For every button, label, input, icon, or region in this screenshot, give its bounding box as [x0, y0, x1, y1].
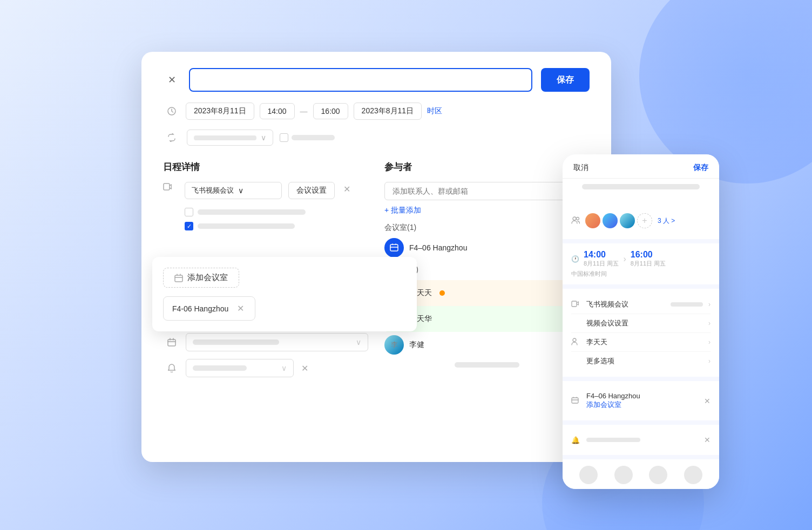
date-start-label: 2023年8月11日	[194, 106, 246, 115]
time-end-label: 16:00	[321, 107, 340, 115]
calendar-chevron-icon: ∨	[356, 338, 361, 346]
room-tag-remove-button[interactable]: ✕	[235, 301, 246, 316]
notification-row: ∨ ✕	[163, 359, 368, 377]
mobile-person-icon	[571, 338, 581, 347]
details-title: 日程详情	[163, 161, 368, 173]
bell-icon	[163, 364, 180, 372]
mobile-notification-placeholder-bar	[586, 438, 699, 442]
mobile-save-button[interactable]: 保存	[693, 163, 708, 173]
mobile-video-icon	[571, 301, 581, 309]
mobile-time-start: 14:00 8月11日 周五	[584, 250, 619, 268]
add-room-label: 添加会议室	[187, 273, 228, 283]
mobile-notification-remove-button[interactable]: ✕	[704, 436, 710, 444]
mobile-video-placeholder	[671, 302, 703, 307]
svg-rect-9	[572, 398, 578, 403]
svg-rect-7	[572, 301, 577, 307]
mobile-time-row: 🕐 14:00 8月11日 周五 › 16:00 8月11日 周五	[571, 250, 710, 268]
footer-dot-2	[614, 466, 633, 484]
mobile-header: 取消 保存	[563, 154, 719, 179]
calendar-select[interactable]: ∨	[186, 333, 368, 351]
mobile-person-label: 李天天	[586, 337, 703, 347]
mobile-more-label: 更多选项	[586, 356, 703, 366]
room-name-label: F4–06 Hangzhou	[409, 243, 467, 252]
svg-rect-1	[164, 184, 170, 190]
mobile-add-room-link[interactable]: 添加会议室	[586, 400, 699, 410]
close-icon: ✕	[168, 74, 176, 86]
meeting-chevron-icon: ∨	[238, 186, 243, 195]
repeat-select[interactable]: ∨	[187, 130, 273, 146]
save-button[interactable]: 保存	[541, 68, 590, 92]
notification-placeholder	[193, 365, 247, 371]
time-start-label: 14:00	[268, 107, 287, 115]
batch-add-button[interactable]: + 批量添加	[384, 206, 590, 215]
title-input[interactable]	[189, 68, 532, 92]
room-tag-label: F4-06 Hangzhou	[172, 304, 228, 313]
meeting-type-label: 飞书视频会议	[192, 186, 234, 195]
repeat-icon	[163, 133, 180, 142]
svg-point-6	[577, 217, 579, 220]
mobile-room-row: F4–06 Hangzhou 添加会议室 ✕	[571, 388, 710, 414]
mobile-person-row[interactable]: 李天天 ›	[571, 333, 710, 352]
room-section-title: 会议室(1)	[384, 223, 590, 233]
mobile-room-info: F4–06 Hangzhou 添加会议室	[586, 392, 699, 410]
mobile-cancel-button[interactable]: 取消	[573, 163, 588, 173]
meeting-remove-button[interactable]: ✕	[341, 182, 353, 196]
avatar-3: 李	[384, 335, 404, 355]
mobile-participants-count[interactable]: 3 人 >	[658, 216, 675, 226]
mobile-settings-chevron: ›	[708, 320, 710, 327]
timezone-link[interactable]: 时区	[427, 106, 442, 116]
checkbox1[interactable]	[280, 133, 288, 142]
time-start-picker[interactable]: 14:00	[260, 103, 295, 119]
checkbox-checked[interactable]	[185, 222, 193, 230]
person-name-3: 李健	[409, 340, 424, 350]
close-button[interactable]: ✕	[163, 71, 180, 89]
date-start-picker[interactable]: 2023年8月11日	[186, 103, 254, 120]
room-avatar	[384, 238, 404, 257]
room-item: F4–06 Hangzhou	[384, 238, 590, 257]
mobile-add-avatar-button[interactable]: +	[637, 213, 652, 228]
participants-search-input[interactable]	[384, 182, 590, 200]
mobile-more-row[interactable]: 更多选项 ›	[571, 352, 710, 370]
mobile-participants-row: + 3 人 >	[571, 209, 710, 233]
svg-rect-4	[175, 275, 182, 282]
mobile-time-arrow: ›	[623, 254, 626, 264]
mobile-search-bar[interactable]	[582, 184, 700, 189]
meeting-type-select[interactable]: 飞书视频会议 ∨	[185, 182, 282, 199]
meeting-settings-button[interactable]: 会议设置	[288, 182, 335, 199]
notification-remove-button[interactable]: ✕	[299, 361, 310, 376]
footer-dot-1	[579, 466, 598, 484]
mobile-video-settings-row[interactable]: 视频会议设置 ›	[571, 314, 710, 333]
room-tag-container: F4-06 Hangzhou ✕	[163, 296, 406, 321]
mobile-participants-section: + 3 人 >	[563, 202, 719, 239]
time-end-picker[interactable]: 16:00	[313, 103, 348, 119]
checkbox1-label	[292, 135, 335, 140]
mobile-room-section: F4–06 Hangzhou 添加会议室 ✕	[563, 381, 719, 420]
mobile-card: 取消 保存	[563, 154, 719, 489]
mobile-notification-section: 🔔 ✕	[563, 425, 719, 455]
date-end-label: 2023年8月11日	[362, 106, 414, 115]
checkbox2-text	[198, 223, 295, 229]
svg-point-5	[573, 217, 576, 220]
mobile-clock-icon: 🕐	[571, 255, 579, 263]
mobile-avatar-2	[603, 213, 618, 228]
mobile-time-end: 16:00 8月11日 周五	[631, 250, 666, 268]
add-room-button[interactable]: 添加会议室	[163, 268, 239, 288]
mobile-time-section: 🕐 14:00 8月11日 周五 › 16:00 8月11日 周五 中国标准时间	[563, 243, 719, 284]
notification-chevron-icon: ∨	[281, 364, 287, 372]
mobile-video-settings-label: 视频会议设置	[586, 318, 703, 328]
mobile-room-remove-button[interactable]: ✕	[704, 397, 710, 405]
mobile-video-chevron: ›	[708, 301, 710, 308]
checkbox1-text	[198, 209, 306, 215]
checkboxes	[163, 208, 368, 230]
footer-dot-3	[649, 466, 667, 484]
mobile-avatars: +	[585, 213, 652, 228]
checkbox-unchecked[interactable]	[185, 208, 193, 216]
mobile-room-icon	[571, 397, 581, 405]
time-dash: —	[300, 107, 308, 115]
checkbox-row-1	[185, 208, 368, 216]
date-end-picker[interactable]: 2023年8月11日	[354, 103, 422, 120]
mobile-video-row[interactable]: 飞书视频会议 ›	[571, 295, 710, 314]
mobile-timezone-label: 中国标准时间	[571, 270, 710, 278]
notification-select[interactable]: ∨	[186, 359, 294, 377]
room-tag: F4-06 Hangzhou ✕	[163, 296, 255, 321]
